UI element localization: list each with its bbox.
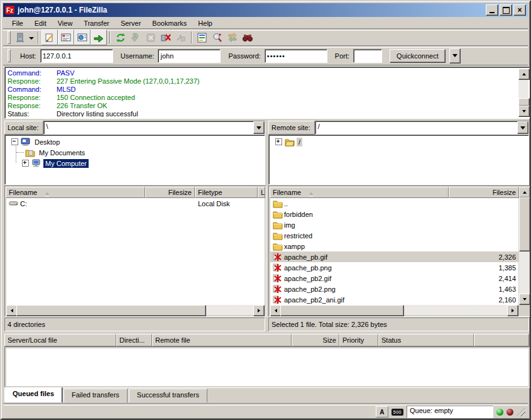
log-vertical-scrollbar[interactable]	[518, 69, 528, 117]
remote-tree-panel: /	[268, 135, 529, 185]
tree-item-my-documents[interactable]: My Documents	[6, 147, 263, 158]
scroll-down-button[interactable]	[518, 106, 530, 117]
folder-row[interactable]: restricted	[270, 230, 518, 241]
log-label: Command:	[8, 86, 57, 94]
column-header-priority[interactable]: Priority	[339, 334, 378, 346]
folder-row[interactable]: forbidden	[270, 209, 518, 219]
process-queue-button[interactable]	[128, 30, 143, 45]
local-site-dropdown-button[interactable]	[253, 121, 265, 134]
tree-item-label[interactable]: /	[297, 138, 302, 146]
file-row[interactable]: apache_pb.png 1,385	[270, 262, 518, 273]
synchronized-browsing-button[interactable]	[225, 30, 240, 45]
tree-item-desktop[interactable]: Desktop	[6, 136, 263, 147]
tree-item-label[interactable]: My Computer	[43, 159, 89, 168]
column-header-filesize[interactable]: Filesize	[145, 187, 195, 198]
transfer-type-indicator[interactable]: A	[376, 406, 388, 417]
tree-item-label[interactable]: My Documents	[37, 148, 87, 157]
username-input[interactable]	[158, 49, 221, 63]
port-input[interactable]	[353, 49, 382, 63]
find-files-button[interactable]	[240, 30, 255, 45]
folder-row[interactable]: img	[270, 219, 518, 230]
scroll-up-button[interactable]	[518, 69, 530, 80]
column-header-remote-file[interactable]: Remote file	[152, 334, 292, 346]
close-button[interactable]: ×	[513, 4, 526, 16]
folder-row[interactable]: xampp	[270, 241, 518, 251]
maximize-button[interactable]	[500, 4, 512, 16]
tab-failed-transfers[interactable]: Failed transfers	[63, 389, 128, 402]
tab-successful-transfers[interactable]: Successful transfers	[129, 389, 207, 402]
scrollbar-thumb[interactable]	[16, 305, 206, 316]
scroll-right-button[interactable]	[507, 305, 518, 316]
scroll-up-button[interactable]	[519, 187, 530, 198]
local-site-combobox[interactable]: \	[43, 121, 265, 135]
folder-row[interactable]: ..	[270, 198, 518, 209]
file-row-selected[interactable]: apache_pb.gif 2,326	[270, 251, 518, 262]
host-input[interactable]	[40, 49, 113, 63]
remote-site-path[interactable]: /	[315, 121, 517, 134]
menu-bookmarks[interactable]: Bookmarks	[146, 18, 192, 28]
collapse-icon[interactable]	[11, 138, 18, 145]
resize-grip[interactable]	[517, 407, 525, 416]
column-header-size[interactable]: Size	[292, 334, 339, 346]
tree-item-root[interactable]: /	[270, 136, 527, 147]
column-header-server-local-file[interactable]: Server/Local file	[4, 334, 116, 346]
tree-item-my-computer[interactable]: My Computer	[6, 158, 263, 169]
column-header-filetype[interactable]: Filetype	[195, 187, 258, 198]
remote-site-combobox[interactable]: /	[315, 121, 529, 135]
menu-help[interactable]: Help	[192, 18, 218, 28]
directory-comparison-button[interactable]	[210, 30, 225, 45]
menu-edit[interactable]: Edit	[29, 18, 52, 28]
menu-transfer[interactable]: Transfer	[78, 18, 115, 28]
quickconnect-button[interactable]: Quickconnect	[390, 49, 446, 63]
toggle-remote-tree-button[interactable]	[74, 30, 90, 45]
local-horizontal-scrollbar[interactable]	[6, 305, 265, 315]
remote-vertical-scrollbar[interactable]	[519, 187, 529, 305]
quickconnect-grip[interactable]	[8, 49, 11, 62]
menu-view[interactable]: View	[52, 18, 79, 28]
tree-item-label[interactable]: Desktop	[33, 138, 62, 146]
local-site-path[interactable]: \	[44, 121, 253, 134]
my-computer-icon	[31, 158, 41, 168]
title-bar[interactable]: Fz john@127.0.0.1 - FileZilla ×	[3, 3, 528, 17]
column-header-direction[interactable]: Directi...	[116, 334, 152, 346]
password-input[interactable]	[265, 49, 327, 63]
column-header-filesize[interactable]: Filesize	[449, 187, 519, 198]
reconnect-button[interactable]	[173, 30, 189, 45]
file-row-c-drive[interactable]: C: Local Disk	[6, 198, 265, 209]
column-header-lastmodified[interactable]: L	[258, 187, 265, 198]
column-header-status[interactable]: Status	[378, 334, 474, 346]
site-manager-dropdown-icon[interactable]	[29, 37, 34, 42]
username-label: Username:	[121, 52, 155, 60]
remote-site-dropdown-button[interactable]	[517, 121, 528, 134]
expand-icon[interactable]	[275, 138, 282, 145]
local-site-panel: Local site: \ Desktop My Documents	[4, 121, 265, 185]
queue-list[interactable]	[6, 348, 528, 386]
minimize-button[interactable]	[486, 4, 498, 16]
scroll-down-button[interactable]	[519, 294, 530, 305]
toggle-transfer-queue-button[interactable]	[90, 30, 107, 45]
column-header-filename[interactable]: Filename	[270, 187, 449, 198]
menu-server[interactable]: Server	[115, 18, 146, 28]
file-row[interactable]: apache_pb2_ani.gif 2,160	[270, 294, 518, 305]
speed-limit-icon[interactable]: 500	[391, 409, 403, 416]
file-row[interactable]: apache_pb2.gif 2,414	[270, 273, 518, 284]
menu-file[interactable]: File	[6, 18, 29, 28]
column-header-empty	[474, 334, 529, 346]
filter-button[interactable]	[195, 30, 210, 45]
file-row[interactable]: apache_pb2.png 1,463	[270, 284, 518, 294]
scrollbar-thumb[interactable]	[519, 197, 530, 251]
tab-queued-files[interactable]: Queued files	[4, 387, 62, 402]
scroll-right-button[interactable]	[253, 305, 265, 316]
column-header-filename[interactable]: Filename	[6, 187, 145, 198]
disconnect-button[interactable]	[158, 30, 173, 45]
refresh-button[interactable]	[113, 30, 128, 45]
toolbar-grip[interactable]	[8, 31, 11, 44]
remote-horizontal-scrollbar[interactable]	[270, 305, 518, 315]
scrollbar-thumb[interactable]	[280, 305, 404, 316]
cancel-button[interactable]	[143, 30, 158, 45]
quickconnect-dropdown-button[interactable]	[449, 48, 461, 64]
expand-icon[interactable]	[22, 160, 29, 167]
site-manager-button[interactable]	[13, 30, 28, 45]
toggle-message-log-button[interactable]	[41, 30, 58, 45]
toggle-local-tree-button[interactable]	[58, 30, 74, 45]
